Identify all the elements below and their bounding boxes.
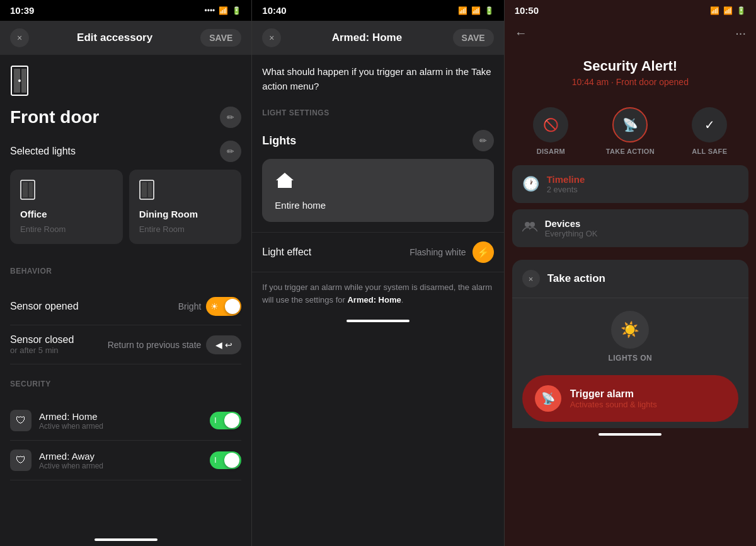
trigger-alarm-icon: 📡 xyxy=(535,385,561,412)
take-action-label: TAKE ACTION xyxy=(606,148,655,155)
panel-security-alert: 10:50 📶 📶 🔋 ← ··· Security Alert! 10:44 … xyxy=(505,0,756,546)
battery-icon-3: 🔋 xyxy=(736,6,746,15)
svg-rect-8 xyxy=(142,182,147,197)
take-action-title: Take action xyxy=(547,272,605,285)
more-button[interactable]: ··· xyxy=(735,26,746,40)
sensor-closed-item: Sensor closed or after 5 min Return to p… xyxy=(10,325,241,364)
armed-home-icon: 🛡 xyxy=(10,410,32,431)
close-button-1[interactable]: × xyxy=(10,28,29,47)
all-safe-button[interactable]: ✓ ALL SAFE xyxy=(692,107,727,155)
svg-rect-6 xyxy=(29,182,33,197)
battery-icon-1: 🔋 xyxy=(232,6,241,15)
alert-subtitle: 10:44 am · Front door opened xyxy=(515,77,746,87)
wifi-icon-2: 📶 xyxy=(471,6,481,15)
armed-home-toggle[interactable]: I xyxy=(210,412,241,429)
header-title-2: Armed: Home xyxy=(332,32,402,44)
timeline-title: Timeline xyxy=(547,174,585,185)
return-icon: ↩ xyxy=(225,340,232,350)
lights-title: Lights xyxy=(262,134,296,148)
wifi-icon-3: 📶 xyxy=(723,6,733,15)
svg-point-3 xyxy=(18,79,21,82)
security-label: SECURITY xyxy=(10,369,241,393)
svg-rect-9 xyxy=(148,182,152,197)
trigger-alarm-text: Trigger alarm Activates sound & lights xyxy=(570,388,657,409)
footer-note: If you trigger an alarm while your syste… xyxy=(252,272,503,315)
armed-away-left: 🛡 Armed: Away Active when armed xyxy=(10,450,103,471)
disarm-button[interactable]: 🚫 DISARM xyxy=(533,107,568,155)
devices-card[interactable]: Devices Everything OK xyxy=(512,209,748,247)
sensor-closed-right: Return to previous state ◀ ↩ xyxy=(108,335,242,354)
take-action-header: × Take action xyxy=(512,260,748,298)
sensor-opened-toggle[interactable]: ☀ xyxy=(206,297,241,316)
selected-lights-title: Selected lights xyxy=(10,146,76,157)
behavior-label: BEHAVIOR xyxy=(10,257,241,281)
home-card-label: Entire home xyxy=(275,200,326,211)
sensor-opened-left: Sensor opened xyxy=(10,301,79,312)
device-name-edit-button[interactable]: ✏ xyxy=(220,107,241,128)
selected-lights-edit-button[interactable]: ✏ xyxy=(220,141,241,162)
trigger-alarm-sub: Activates sound & lights xyxy=(570,400,657,409)
all-safe-icon-circle: ✓ xyxy=(692,107,727,142)
entire-home-card[interactable]: Entire home xyxy=(262,159,493,222)
armed-home-text: Armed: Home Active when armed xyxy=(39,411,103,431)
office-door-icon xyxy=(20,180,113,204)
alert-title: Security Alert! xyxy=(515,58,746,74)
sensor-opened-right: Bright ☀ xyxy=(178,297,242,316)
light-effect-row: Light effect Flashing white ⚡ xyxy=(252,232,503,272)
checkmark-icon: ✓ xyxy=(704,117,715,132)
close-button-2[interactable]: × xyxy=(262,28,281,47)
description-text: What should happen if you trigger an ala… xyxy=(252,55,503,103)
sensor-opened-value: Bright xyxy=(178,301,202,311)
radio-icon: 📡 xyxy=(622,117,638,132)
content-1: Front door ✏ Selected lights ✏ Office En… xyxy=(0,55,251,533)
office-card-name: Office xyxy=(20,209,113,219)
lights-header: Lights ✏ xyxy=(252,130,503,159)
flash-button[interactable]: ⚡ xyxy=(472,241,494,263)
light-effect-right: Flashing white ⚡ xyxy=(410,241,494,263)
dining-card-room: Entire Room xyxy=(139,224,232,234)
lights-on-button[interactable]: ☀️ xyxy=(611,311,649,349)
disarm-icon-circle: 🚫 xyxy=(533,107,568,142)
disarm-label: DISARM xyxy=(537,148,565,155)
armed-home-item: 🛡 Armed: Home Active when armed I xyxy=(10,401,241,441)
devices-content: Devices Everything OK xyxy=(545,218,598,238)
sensor-opened-title: Sensor opened xyxy=(10,301,79,312)
light-card-dining[interactable]: Dining Room Entire Room xyxy=(129,170,242,244)
devices-icon xyxy=(522,220,537,236)
svg-rect-2 xyxy=(21,69,26,93)
header-title-1: Edit accessory xyxy=(77,32,152,44)
footer-note-bold: Armed: Home xyxy=(347,295,401,305)
svg-point-11 xyxy=(530,222,535,227)
toggle-on-icon: I xyxy=(214,416,216,425)
timeline-card[interactable]: 🕐 Timeline 2 events xyxy=(512,165,748,203)
take-action-button[interactable]: 📡 TAKE ACTION xyxy=(606,107,655,155)
bottom-bar-1 xyxy=(94,538,158,541)
lights-edit-button[interactable]: ✏ xyxy=(472,130,494,151)
save-button-2[interactable]: SAVE xyxy=(453,29,494,47)
timeline-icon: 🕐 xyxy=(522,176,539,192)
sensor-closed-toggle[interactable]: ◀ ↩ xyxy=(206,335,241,354)
trigger-alarm-button[interactable]: 📡 Trigger alarm Activates sound & lights xyxy=(522,375,738,422)
status-icons-2: 📶 📶 🔋 xyxy=(458,6,494,15)
armed-away-sub: Active when armed xyxy=(39,462,103,470)
top-nav: ← ··· xyxy=(505,21,756,45)
panel-edit-accessory: 10:39 •••• 📶 🔋 × Edit accessory SAVE xyxy=(0,0,252,546)
svg-point-10 xyxy=(525,222,530,227)
back-button[interactable]: ← xyxy=(515,26,527,40)
armed-home-name: Armed: Home xyxy=(39,411,103,422)
light-card-office[interactable]: Office Entire Room xyxy=(10,170,123,244)
save-button-1[interactable]: SAVE xyxy=(200,29,241,47)
device-name: Front door xyxy=(10,107,100,127)
dining-card-name: Dining Room xyxy=(139,209,232,219)
signal-icon-3: 📶 xyxy=(710,6,719,15)
take-action-close-button[interactable]: × xyxy=(522,270,540,288)
signal-icon-2: 📶 xyxy=(458,6,467,15)
sensor-closed-sub: or after 5 min xyxy=(10,346,74,355)
sun-icon: ☀️ xyxy=(621,321,639,339)
armed-home-sub: Active when armed xyxy=(39,422,103,431)
armed-away-toggle[interactable]: I xyxy=(210,451,241,469)
signal-icon-1: •••• xyxy=(205,6,215,15)
lights-on-label: LIGHTS ON xyxy=(608,354,652,363)
sensor-closed-title: Sensor closed xyxy=(10,334,74,346)
sensor-closed-value: Return to previous state xyxy=(108,340,202,350)
